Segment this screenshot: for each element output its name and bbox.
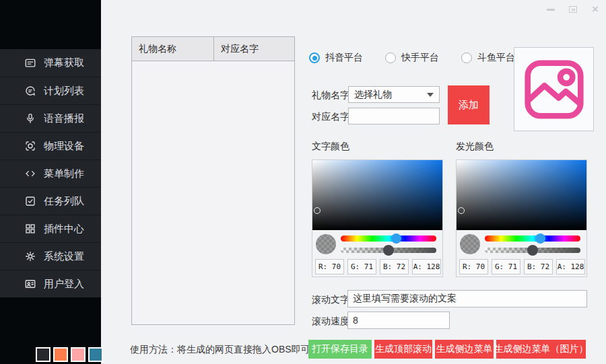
gift-image-box[interactable]	[514, 47, 594, 131]
sidebar-item-menu-maker[interactable]: 菜单制作	[0, 159, 101, 187]
sidebar: 弹幕获取 计划列表 语音播报 物理设备 菜单制作	[0, 0, 101, 364]
sidebar-item-label: 用户登入	[44, 278, 84, 291]
scroll-text-label: 滚动文字	[312, 294, 349, 306]
radio-label: 快手平台	[401, 52, 439, 64]
blue-value-box[interactable]: B: 72	[524, 259, 553, 275]
saturation-value-area[interactable]	[312, 160, 442, 230]
rgba-values: R: 70 G: 71 B: 72 A: 128	[315, 259, 441, 275]
device-icon	[24, 140, 36, 152]
sidebar-item-device[interactable]: 物理设备	[0, 132, 101, 159]
maximize-icon[interactable]	[568, 4, 578, 15]
sidebar-item-label: 计划列表	[44, 85, 84, 98]
gear-icon	[24, 250, 36, 262]
blue-value-box[interactable]: B: 72	[380, 259, 409, 275]
alpha-slider[interactable]	[485, 248, 580, 253]
sidebar-item-label: 物理设备	[44, 140, 84, 153]
radio-douyu[interactable]: 斗鱼平台	[461, 52, 515, 64]
radio-kuaishou[interactable]: 快手平台	[385, 52, 439, 64]
radio-douyin[interactable]: 抖音平台	[309, 52, 363, 64]
theme-palette	[36, 347, 103, 362]
danmu-list-icon	[24, 57, 36, 69]
sidebar-logo-block	[0, 0, 101, 49]
sidebar-menu: 弹幕获取 计划列表 语音播报 物理设备 菜单制作	[0, 49, 101, 297]
green-value-box[interactable]: G: 71	[492, 259, 520, 275]
palette-swatch-pink[interactable]	[71, 347, 86, 362]
user-card-icon	[24, 278, 36, 290]
radio-circle-icon	[385, 52, 396, 63]
palette-swatch-dark[interactable]	[36, 347, 50, 362]
scroll-speed-label: 滚动速度	[312, 316, 349, 328]
plan-list-icon	[24, 85, 36, 97]
minimize-icon[interactable]	[545, 4, 556, 15]
palette-swatch-orange[interactable]	[53, 347, 68, 362]
radio-label: 斗鱼平台	[477, 52, 515, 64]
saturation-value-area[interactable]	[457, 160, 586, 230]
alpha-slider[interactable]	[341, 248, 436, 253]
sidebar-item-label: 任务列队	[44, 195, 84, 208]
sidebar-item-label: 系统设置	[44, 250, 84, 263]
text-color-title: 文字颜色	[312, 141, 349, 153]
sidebar-item-settings[interactable]: 系统设置	[0, 242, 101, 270]
generate-side-menu-button[interactable]: 生成侧边菜单	[435, 340, 494, 359]
alpha-value-box[interactable]: A: 128	[412, 259, 441, 275]
rgba-values: R: 70 G: 71 B: 72 A: 128	[459, 259, 585, 275]
text-color-picker: R: 70 G: 71 B: 72 A: 128	[312, 159, 443, 277]
gift-name-label: 礼物名字	[312, 89, 349, 102]
sidebar-footer-block	[0, 297, 101, 364]
microphone-icon	[24, 112, 36, 124]
sidebar-item-label: 菜单制作	[44, 168, 84, 180]
platform-radio-group: 抖音平台 快手平台 斗鱼平台	[309, 52, 515, 64]
chevron-down-icon	[427, 93, 434, 97]
plugin-grid-icon	[24, 223, 36, 235]
sidebar-item-task-queue[interactable]: 任务列队	[0, 187, 101, 215]
usage-hint: 使用方法：将生成的网页直接拖入OBS即可	[130, 344, 310, 356]
alpha-value-box[interactable]: A: 128	[556, 259, 585, 275]
sidebar-item-voice[interactable]: 语音播报	[0, 104, 101, 132]
sidebar-item-danmu[interactable]: 弹幕获取	[0, 49, 101, 77]
sidebar-item-label: 插件中心	[44, 223, 84, 235]
sidebar-item-plan-list[interactable]: 计划列表	[0, 77, 101, 104]
gift-mapping-table: 礼物名称 对应名字	[131, 36, 295, 325]
glow-color-title: 发光颜色	[456, 141, 494, 153]
glow-color-picker: R: 70 G: 71 B: 72 A: 128	[456, 159, 587, 277]
sv-cursor-icon[interactable]	[458, 207, 465, 214]
color-preview-circle	[316, 234, 336, 254]
red-value-box[interactable]: R: 70	[315, 259, 344, 275]
table-header-map-name: 对应名字	[214, 37, 294, 61]
open-save-dir-button[interactable]: 打开保存目录	[308, 340, 372, 359]
gift-select-dropdown[interactable]: 选择礼物	[348, 86, 440, 103]
generate-top-scroll-button[interactable]: 生成顶部滚动	[374, 340, 432, 359]
window-controls: ×	[545, 4, 601, 15]
add-button[interactable]: 添加	[448, 85, 490, 124]
radio-circle-icon	[309, 52, 320, 63]
alpha-slider-handle[interactable]	[527, 245, 538, 256]
close-icon[interactable]: ×	[590, 4, 601, 15]
green-value-box[interactable]: G: 71	[347, 259, 376, 275]
hue-slider[interactable]	[485, 235, 580, 242]
red-value-box[interactable]: R: 70	[459, 259, 488, 275]
map-name-input[interactable]	[348, 108, 440, 124]
sidebar-item-label: 弹幕获取	[44, 57, 84, 69]
palette-swatch-teal[interactable]	[88, 347, 103, 362]
scroll-text-input[interactable]	[347, 290, 587, 307]
footer-buttons: 打开保存目录 生成顶部滚动 生成侧边菜单 生成侧边菜单（图片）	[308, 340, 586, 359]
table-header-gift-name: 礼物名称	[132, 37, 214, 61]
image-placeholder-icon	[523, 59, 585, 120]
sidebar-item-plugin-center[interactable]: 插件中心	[0, 215, 101, 242]
alpha-slider-handle[interactable]	[383, 245, 394, 256]
radio-label: 抖音平台	[325, 52, 363, 64]
table-header-row: 礼物名称 对应名字	[132, 37, 294, 61]
gift-select-value: 选择礼物	[354, 89, 392, 101]
sidebar-item-login[interactable]: 用户登入	[0, 270, 101, 297]
code-icon	[24, 168, 36, 180]
table-body-empty	[132, 61, 294, 324]
hue-slider[interactable]	[341, 235, 436, 242]
sidebar-item-label: 语音播报	[44, 112, 84, 125]
scroll-speed-input[interactable]	[347, 312, 450, 329]
map-name-label: 对应名字	[312, 111, 349, 123]
generate-side-menu-image-button[interactable]: 生成侧边菜单（图片）	[496, 340, 586, 359]
hue-slider-handle[interactable]	[391, 233, 401, 244]
sv-cursor-icon[interactable]	[314, 207, 321, 214]
task-check-icon	[24, 195, 36, 207]
hue-slider-handle[interactable]	[535, 233, 545, 244]
